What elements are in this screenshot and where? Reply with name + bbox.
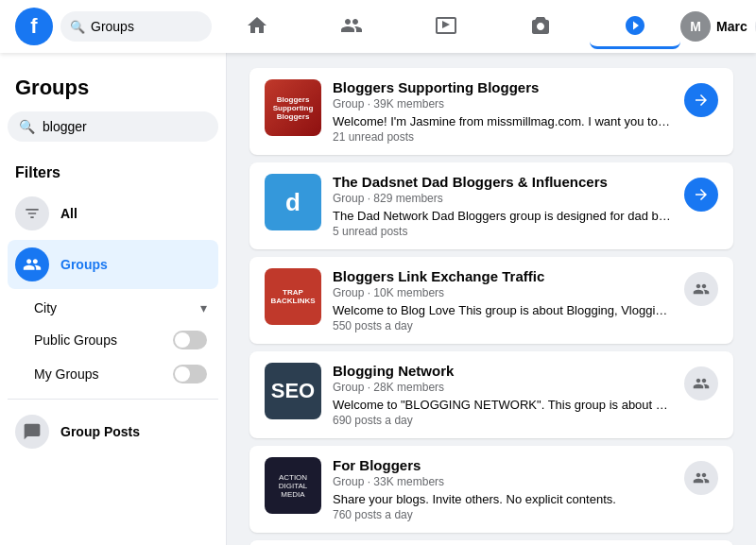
- filter-all-icon: [15, 196, 49, 230]
- group-card-forbloggers: ACTION DIGITAL MEDIA For Bloggers Group …: [249, 446, 733, 533]
- group-card-dad: d The Dadsnet Dad Bloggers & Influencers…: [249, 162, 733, 249]
- group-thumb-link: TRAP BACKLINKS: [265, 268, 321, 325]
- filter-group-posts-icon: [15, 415, 49, 449]
- filter-group-posts-label: Group Posts: [60, 424, 140, 439]
- toggle-knob-my: [175, 366, 190, 382]
- filter-all-label: All: [60, 206, 77, 221]
- group-thumb-dad: d: [265, 174, 321, 230]
- group-posts-link: 550 posts a day: [333, 319, 673, 332]
- filter-groups-label: Groups: [60, 257, 108, 272]
- group-meta-link: Group · 10K members: [333, 286, 673, 299]
- sidebar-search-input[interactable]: [43, 119, 207, 134]
- sub-filter-public[interactable]: Public Groups: [23, 323, 218, 357]
- user-menu[interactable]: M Marc: [680, 11, 747, 42]
- group-info-dad: The Dadsnet Dad Bloggers & Influencers G…: [333, 174, 673, 238]
- group-thumb-forbloggers: ACTION DIGITAL MEDIA: [265, 457, 321, 514]
- group-action-forbloggers: [684, 457, 718, 495]
- group-info-forbloggers: For Bloggers Group · 33K members Share y…: [333, 457, 673, 521]
- nav-groups-button[interactable]: [590, 4, 680, 49]
- group-desc-network: Welcome to "BLOGGING NETWORK". This grou…: [333, 398, 673, 412]
- group-meta-bsb: Group · 39K members: [333, 97, 673, 111]
- search-icon-top: 🔍: [70, 20, 85, 34]
- topnav-center: [212, 4, 680, 49]
- toggle-knob-public: [175, 332, 190, 348]
- filter-groups[interactable]: Groups: [8, 240, 218, 289]
- group-desc-bsb: Welcome! I'm Jasmine from missmillmag.co…: [333, 114, 673, 128]
- sub-filter-city[interactable]: City ▾: [23, 293, 218, 323]
- group-action-dad: [684, 174, 718, 212]
- filter-groups-icon: [15, 247, 49, 281]
- chevron-down-icon: ▾: [200, 300, 207, 315]
- group-thumb-network: SEO: [265, 363, 321, 419]
- group-card-network: SEO Blogging Network Group · 28K members…: [249, 351, 733, 438]
- user-avatar: M: [680, 11, 711, 42]
- group-name-dad: The Dadsnet Dad Bloggers & Influencers: [333, 174, 673, 190]
- nav-video-button[interactable]: [401, 4, 491, 49]
- facebook-logo[interactable]: f: [15, 8, 53, 45]
- group-posts-network: 690 posts a day: [333, 414, 673, 427]
- nav-friends-button[interactable]: [306, 4, 397, 49]
- join-btn-dad[interactable]: [684, 178, 718, 212]
- group-info-link: Bloggers Link Exchange Traffic Group · 1…: [333, 268, 673, 332]
- top-navigation: f 🔍 M Marc ＋ 💬: [0, 0, 756, 53]
- my-groups-label: My Groups: [34, 366, 98, 382]
- user-name: Marc: [716, 19, 747, 34]
- group-meta-network: Group · 28K members: [333, 381, 673, 394]
- group-action-link: [684, 268, 718, 306]
- sub-filters: City ▾ Public Groups My Groups: [8, 293, 218, 391]
- group-desc-forbloggers: Share your blogs. Invite others. No expl…: [333, 492, 673, 506]
- group-meta-dad: Group · 829 members: [333, 192, 673, 205]
- topnav-left: f 🔍: [15, 8, 212, 45]
- topnav-right: M Marc ＋ 💬: [680, 9, 756, 43]
- group-posts-forbloggers: 760 posts a day: [333, 508, 673, 521]
- filter-group-posts[interactable]: Group Posts: [8, 407, 218, 456]
- group-action-bsb: [684, 79, 718, 117]
- group-thumb-bsb: Bloggers Supporting Bloggers: [265, 79, 321, 136]
- group-name-bsb: Bloggers Supporting Bloggers: [333, 79, 673, 95]
- main-content: Bloggers Supporting Bloggers Bloggers Su…: [227, 53, 756, 545]
- filters-label: Filters: [8, 157, 218, 189]
- group-info-network: Blogging Network Group · 28K members Wel…: [333, 363, 673, 427]
- nav-home-button[interactable]: [212, 4, 302, 49]
- nav-marketplace-button[interactable]: [495, 4, 586, 49]
- group-info-bsb: Bloggers Supporting Bloggers Group · 39K…: [333, 79, 673, 144]
- public-groups-label: Public Groups: [34, 332, 117, 348]
- group-card-youtubers: GAMES & VLOGS YouTubers, Vloggers, And B…: [249, 540, 733, 545]
- search-wrap: 🔍: [60, 11, 212, 42]
- sidebar-divider: [8, 399, 218, 400]
- group-posts-dad: 5 unread posts: [333, 225, 673, 238]
- group-posts-bsb: 21 unread posts: [333, 130, 673, 144]
- group-name-forbloggers: For Bloggers: [333, 457, 673, 473]
- join-btn-network[interactable]: [684, 366, 718, 400]
- group-name-network: Blogging Network: [333, 363, 673, 379]
- filter-all[interactable]: All: [8, 189, 218, 238]
- group-card-link: TRAP BACKLINKS Bloggers Link Exchange Tr…: [249, 257, 733, 344]
- sidebar-title: Groups: [8, 68, 218, 111]
- join-btn-link[interactable]: [684, 272, 718, 306]
- public-groups-toggle[interactable]: [173, 331, 207, 349]
- join-btn-forbloggers[interactable]: [684, 461, 718, 495]
- sidebar-search-wrap[interactable]: 🔍: [8, 111, 218, 142]
- group-desc-dad: The Dad Network Dad Bloggers group is de…: [333, 209, 673, 223]
- groups-list: Bloggers Supporting Bloggers Bloggers Su…: [249, 68, 733, 545]
- my-groups-toggle[interactable]: [173, 365, 207, 383]
- city-label: City: [34, 300, 57, 315]
- sidebar: Groups 🔍 Filters All Groups City ▾: [0, 53, 227, 545]
- sidebar-search-icon: 🔍: [19, 119, 35, 134]
- group-name-link: Bloggers Link Exchange Traffic: [333, 268, 673, 284]
- join-btn-bsb[interactable]: [684, 83, 718, 117]
- main-layout: Groups 🔍 Filters All Groups City ▾: [0, 53, 756, 545]
- group-desc-link: Welcome to Blog Love This group is about…: [333, 303, 673, 317]
- sub-filter-my-groups[interactable]: My Groups: [23, 357, 218, 391]
- group-action-network: [684, 363, 718, 400]
- group-meta-forbloggers: Group · 33K members: [333, 475, 673, 488]
- group-card-bsb: Bloggers Supporting Bloggers Bloggers Su…: [249, 68, 733, 155]
